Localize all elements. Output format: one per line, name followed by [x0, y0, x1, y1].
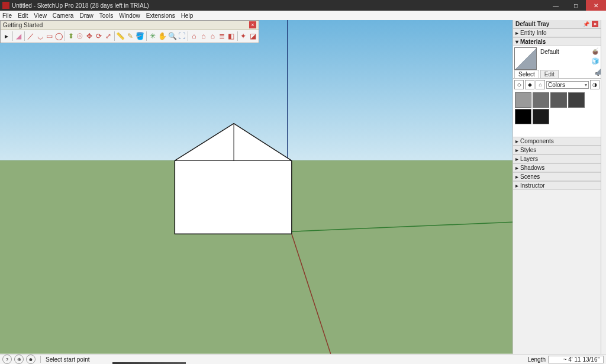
toolbar-close-icon[interactable]: ×	[249, 21, 256, 28]
panel-components-label: Components	[520, 138, 554, 144]
swatch[interactable]	[550, 92, 567, 108]
warehouse-icon[interactable]: ⌂	[190, 31, 198, 41]
minimize-button[interactable]: —	[546, 0, 566, 11]
menu-bar: File Edit View Camera Draw Tools Window …	[0, 11, 606, 21]
expand-icon: ▸	[515, 156, 520, 162]
panel-styles[interactable]: ▸ Styles	[513, 146, 601, 154]
expand-icon: ▸	[515, 147, 520, 153]
line-tool-icon[interactable]: ／	[27, 31, 35, 41]
layers-icon[interactable]: ≣	[218, 31, 226, 41]
text-tool-icon[interactable]: ✎	[126, 31, 134, 41]
tray-pin-icon[interactable]: 📌	[583, 21, 589, 27]
swatch[interactable]	[533, 92, 549, 108]
paint-tool-icon[interactable]: 🪣	[136, 31, 144, 41]
menu-tools[interactable]: Tools	[99, 12, 113, 19]
section-icon[interactable]: ◪	[249, 31, 257, 41]
length-label: Length	[527, 356, 546, 363]
warehouse3-icon[interactable]: ⌂	[209, 31, 217, 41]
menu-draw[interactable]: Draw	[79, 12, 93, 19]
expand-icon: ▸	[515, 30, 520, 36]
materials-select-row: ◇ ◆ ⌂ Colors ▾ ◑	[513, 79, 601, 91]
material-create-icon[interactable]: 🧊	[591, 57, 599, 65]
pan-tool-icon[interactable]: ✋	[158, 31, 167, 41]
length-input[interactable]: ~ 4' 11 13/16"	[548, 356, 604, 363]
menu-window[interactable]: Window	[119, 12, 140, 19]
offset-tool-icon[interactable]: ⦾	[76, 31, 85, 41]
swatch[interactable]	[515, 109, 531, 124]
panel-scenes-label: Scenes	[520, 173, 540, 180]
panel-scenes[interactable]: ▸ Scenes	[513, 172, 601, 181]
rectangle-tool-icon[interactable]: ▭	[46, 31, 54, 41]
expand-icon: ▸	[515, 182, 520, 189]
window-title: Untitled - SketchUp Pro 2018 (28 days le…	[12, 2, 149, 9]
material-send-icon[interactable]: 🧉	[591, 47, 599, 55]
scale-tool-icon[interactable]: ⤢	[104, 31, 112, 41]
tab-select[interactable]: Select	[514, 70, 539, 78]
panel-shadows-label: Shadows	[520, 165, 544, 171]
warehouse2-icon[interactable]: ⌂	[199, 31, 208, 41]
zoom-tool-icon[interactable]: 🔍	[168, 31, 177, 41]
panel-materials-label: Materials	[520, 38, 546, 45]
swatch[interactable]	[515, 92, 531, 108]
person-icon[interactable]: ☻	[26, 355, 36, 364]
zoom-extents-icon[interactable]: ⛶	[178, 31, 186, 41]
menu-extensions[interactable]: Extensions	[146, 12, 175, 19]
home-icon[interactable]: ⌂	[536, 80, 545, 89]
eraser-tool-icon[interactable]: ◢	[15, 31, 23, 41]
panel-layers-label: Layers	[520, 156, 538, 162]
getting-started-toolbar[interactable]: Getting Started × ▸ ◢ ／ ◡ ▭ ◯ ⬍ ⦾ ✥ ⟳ ⤢ …	[0, 20, 259, 43]
tape-tool-icon[interactable]: 📏	[116, 31, 125, 41]
circle-tool-icon[interactable]: ◯	[54, 31, 63, 41]
viewport[interactable]: Getting Started × ▸ ◢ ／ ◡ ▭ ◯ ⬍ ⦾ ✥ ⟳ ⤢ …	[0, 20, 512, 355]
menu-file[interactable]: File	[2, 12, 12, 19]
geo-icon[interactable]: ⊕	[14, 355, 24, 364]
menu-help[interactable]: Help	[181, 12, 194, 19]
panel-entity-info[interactable]: ▸ Entity Info	[513, 28, 601, 37]
materials-category-select[interactable]: Colors ▾	[546, 81, 589, 89]
panel-shadows[interactable]: ▸ Shadows	[513, 163, 601, 172]
panel-instructor[interactable]: ▸ Instructor	[513, 181, 601, 190]
tray-scrollbar[interactable]	[601, 20, 606, 355]
panel-materials[interactable]: ▾ Materials	[513, 37, 601, 46]
material-thumbnail[interactable]	[514, 47, 537, 70]
panel-components[interactable]: ▸ Components	[513, 137, 601, 146]
arc-tool-icon[interactable]: ◡	[36, 31, 44, 41]
extension-icon[interactable]: ✦	[240, 31, 248, 41]
details-menu-icon[interactable]: ◑	[590, 80, 599, 89]
materials-category-value: Colors	[548, 82, 565, 88]
select-tool-icon[interactable]: ▸	[2, 31, 11, 41]
workspace: Getting Started × ▸ ◢ ／ ◡ ▭ ◯ ⬍ ⦾ ✥ ⟳ ⤢ …	[0, 20, 606, 355]
default-tray: Default Tray 📌 × ▸ Entity Info ▾ Materia…	[512, 20, 601, 355]
app-icon	[2, 2, 9, 9]
collapse-icon: ▾	[515, 38, 520, 45]
close-button[interactable]: ✕	[586, 0, 606, 11]
tray-header[interactable]: Default Tray 📌 ×	[513, 20, 601, 28]
swatch[interactable]	[533, 109, 549, 124]
panel-layers[interactable]: ▸ Layers	[513, 154, 601, 163]
title-bar: Untitled - SketchUp Pro 2018 (28 days le…	[0, 0, 606, 11]
help-icon[interactable]: ?	[2, 355, 12, 364]
back-arrow-icon[interactable]: ◇	[514, 80, 524, 89]
menu-camera[interactable]: Camera	[53, 12, 74, 19]
maximize-button[interactable]: □	[566, 0, 586, 11]
orbit-tool-icon[interactable]: ✳	[149, 31, 157, 41]
menu-view[interactable]: View	[34, 12, 47, 19]
3dwarehouse-icon[interactable]: ◧	[227, 31, 236, 41]
pushpull-tool-icon[interactable]: ⬍	[67, 31, 75, 41]
viewport-canvas[interactable]	[0, 20, 512, 354]
status-hint: Select start point	[46, 356, 89, 363]
tray-close-icon[interactable]: ×	[592, 21, 598, 27]
panel-entity-info-label: Entity Info	[520, 30, 546, 36]
rotate-tool-icon[interactable]: ⟳	[95, 31, 103, 41]
toolbar-titlebar[interactable]: Getting Started ×	[1, 21, 259, 30]
swatch[interactable]	[568, 92, 585, 108]
expand-icon: ▸	[515, 138, 520, 144]
material-name: Default	[540, 49, 559, 55]
menu-edit[interactable]: Edit	[18, 12, 28, 19]
fold-corner-icon	[595, 69, 601, 75]
chevron-down-icon: ▾	[585, 82, 587, 88]
material-preview-row: Default 🧉 🧊	[513, 46, 601, 70]
tab-edit[interactable]: Edit	[540, 70, 559, 78]
move-tool-icon[interactable]: ✥	[85, 31, 94, 41]
fwd-arrow-icon[interactable]: ◆	[525, 80, 534, 89]
